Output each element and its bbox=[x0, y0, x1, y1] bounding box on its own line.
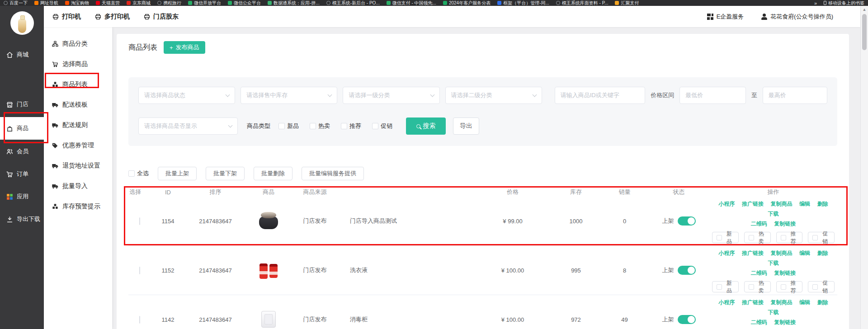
batch-action-button[interactable]: 批量上架 bbox=[158, 167, 197, 180]
tag-chip[interactable]: 推荐 bbox=[776, 232, 803, 243]
action-copy-product[interactable]: 复制商品 bbox=[771, 250, 793, 256]
bookmark-item[interactable]: 微信支付 - 中国领先... bbox=[387, 0, 436, 6]
row-checkbox[interactable] bbox=[139, 217, 140, 225]
action-qr-code[interactable]: 二维码 bbox=[751, 221, 767, 227]
vertical-scrollbar[interactable]: ▲ bbox=[860, 6, 868, 329]
topbar-link-store-shareholder[interactable]: 门店股东 bbox=[143, 13, 179, 21]
keyword-input[interactable]: 请输入商品ID或关键字 bbox=[555, 87, 646, 104]
action-mini-program[interactable]: 小程序 bbox=[718, 299, 735, 306]
action-download[interactable]: 下载 bbox=[768, 260, 779, 266]
product-type-checkbox[interactable]: 新品 bbox=[278, 122, 299, 130]
topbar-link-multi-printer[interactable]: 多打印机 bbox=[94, 13, 130, 21]
action-delete[interactable]: 删除 bbox=[817, 250, 828, 256]
bookmark-item[interactable]: 汇聚支付 bbox=[615, 0, 639, 6]
bookmark-item[interactable]: 京东商城 bbox=[127, 0, 151, 6]
avatar[interactable] bbox=[10, 11, 34, 35]
service-menu[interactable]: E企盈服务 bbox=[707, 13, 744, 21]
product-type-checkbox[interactable]: 促销 bbox=[372, 122, 392, 130]
scroll-up-arrow[interactable]: ▲ bbox=[861, 6, 868, 13]
action-copy-link[interactable]: 复制链接 bbox=[774, 319, 796, 325]
submenu-item-delivery-rules[interactable]: 配送规则 bbox=[44, 115, 112, 135]
mobile-bookmarks-button[interactable]: 移动设备上的书签 bbox=[824, 0, 864, 6]
bookmark-item[interactable]: 数据通系统：应用-拼... bbox=[268, 0, 320, 6]
filter-select[interactable]: 请选择一级分类 bbox=[343, 87, 439, 104]
sidebar-item-store[interactable]: 门店 bbox=[0, 98, 44, 111]
action-promo-link[interactable]: 推广链接 bbox=[742, 299, 764, 306]
sidebar-item-products[interactable]: 商品 bbox=[0, 117, 44, 140]
action-copy-product[interactable]: 复制商品 bbox=[771, 201, 793, 207]
scroll-thumb[interactable] bbox=[862, 14, 867, 50]
account-menu[interactable]: 花花食府(公众号操作员) bbox=[761, 13, 833, 21]
batch-action-button[interactable]: 批量编辑服务提供 bbox=[302, 167, 364, 180]
bookmark-item[interactable]: 淘宝购物 bbox=[65, 0, 89, 6]
sidebar-item-mall[interactable]: 商城 bbox=[0, 48, 44, 61]
sidebar-item-members[interactable]: 会员 bbox=[0, 145, 44, 158]
product-type-checkbox[interactable]: 热卖 bbox=[310, 122, 330, 130]
submenu-item-product-category[interactable]: 商品分类 bbox=[44, 33, 112, 54]
tag-chip[interactable]: 热卖 bbox=[744, 281, 771, 292]
export-button[interactable]: 导出 bbox=[453, 118, 479, 135]
submenu-item-select-product[interactable]: 选择商品 bbox=[44, 54, 112, 74]
select-all-checkbox[interactable]: 全选 bbox=[128, 169, 149, 178]
action-delete[interactable]: 删除 bbox=[817, 201, 828, 207]
action-qr-code[interactable]: 二维码 bbox=[751, 319, 767, 325]
bookmark-item[interactable]: 模王系统-新后台 - PO... bbox=[326, 0, 380, 6]
status-toggle[interactable] bbox=[678, 216, 696, 226]
bookmark-item[interactable]: 模王系统库面资料 - P... bbox=[556, 0, 609, 6]
bookmarks-overflow-chevron[interactable]: » bbox=[814, 0, 817, 6]
product-type-checkbox[interactable]: 推荐 bbox=[341, 122, 361, 130]
submenu-item-return-address[interactable]: 退货地址设置 bbox=[44, 155, 112, 176]
tag-chip[interactable]: 推荐 bbox=[776, 281, 803, 292]
action-mini-program[interactable]: 小程序 bbox=[718, 201, 735, 207]
action-download[interactable]: 下载 bbox=[768, 309, 779, 315]
topbar-link-printer[interactable]: 打印机 bbox=[52, 13, 81, 21]
submenu-item-stock-warning[interactable]: 库存预警提示 bbox=[44, 196, 112, 216]
filter-select[interactable]: 请选择二级分类 bbox=[445, 87, 542, 104]
bookmark-item[interactable]: 微信开放平台 bbox=[188, 0, 221, 6]
action-edit[interactable]: 编辑 bbox=[799, 299, 810, 306]
action-promo-link[interactable]: 推广链接 bbox=[742, 201, 764, 207]
row-checkbox[interactable] bbox=[139, 267, 140, 274]
action-mini-program[interactable]: 小程序 bbox=[718, 250, 735, 256]
bookmark-item[interactable]: 携程旅行 bbox=[157, 0, 181, 6]
action-promo-link[interactable]: 推广链接 bbox=[742, 250, 764, 256]
action-copy-product[interactable]: 复制商品 bbox=[771, 299, 793, 306]
submenu-item-delivery-template[interactable]: 配送模板 bbox=[44, 94, 112, 115]
tag-chip[interactable]: 促销 bbox=[808, 281, 835, 292]
tag-chip[interactable]: 新品 bbox=[712, 281, 739, 292]
filter-select[interactable]: 请选择商品状态 bbox=[138, 87, 235, 104]
action-delete[interactable]: 删除 bbox=[817, 299, 828, 306]
bookmark-item[interactable]: 微信公众平台 bbox=[228, 0, 261, 6]
bookmark-item[interactable]: 百度一下 bbox=[4, 0, 28, 6]
sidebar-item-apps[interactable]: 应用 bbox=[0, 190, 44, 203]
tag-chip[interactable]: 促销 bbox=[808, 232, 835, 243]
action-download[interactable]: 下载 bbox=[768, 211, 779, 217]
status-toggle[interactable] bbox=[678, 315, 696, 324]
search-button[interactable]: 搜索 bbox=[406, 118, 446, 135]
tag-chip[interactable]: 热卖 bbox=[744, 232, 771, 243]
status-toggle[interactable] bbox=[678, 266, 696, 275]
sidebar-item-export-download[interactable]: 导出下载 bbox=[0, 213, 44, 226]
action-copy-link[interactable]: 复制链接 bbox=[774, 270, 796, 276]
action-copy-link[interactable]: 复制链接 bbox=[774, 221, 796, 227]
publish-product-button[interactable]: + 发布商品 bbox=[164, 41, 205, 54]
display-filter-select[interactable]: 请选择商品是否显示 bbox=[138, 118, 238, 135]
tag-chip[interactable]: 新品 bbox=[712, 232, 739, 243]
min-price-input[interactable]: 最低价 bbox=[679, 87, 745, 104]
action-edit[interactable]: 编辑 bbox=[799, 201, 810, 207]
bookmark-item[interactable]: 天猫直营 bbox=[96, 0, 120, 6]
action-edit[interactable]: 编辑 bbox=[799, 250, 810, 256]
submenu-item-coupon-management[interactable]: 优惠券管理 bbox=[44, 135, 112, 155]
row-checkbox[interactable] bbox=[139, 316, 140, 324]
bookmark-item[interactable]: 2024年客户服务分表 bbox=[443, 0, 491, 6]
bookmark-item[interactable]: 框架（平台）管理-同... bbox=[497, 0, 549, 6]
batch-action-button[interactable]: 批量删除 bbox=[254, 167, 292, 180]
sidebar-item-orders[interactable]: 订单 bbox=[0, 168, 44, 180]
batch-action-button[interactable]: 批量下架 bbox=[206, 167, 245, 180]
action-qr-code[interactable]: 二维码 bbox=[751, 270, 767, 276]
bookmark-item[interactable]: 网址导航 bbox=[34, 0, 58, 6]
filter-select[interactable]: 请选择售中库存 bbox=[241, 87, 337, 104]
max-price-input[interactable]: 最高价 bbox=[763, 87, 827, 104]
submenu-item-product-list[interactable]: 商品列表 bbox=[44, 74, 112, 94]
submenu-item-batch-import[interactable]: 批量导入 bbox=[44, 176, 112, 196]
